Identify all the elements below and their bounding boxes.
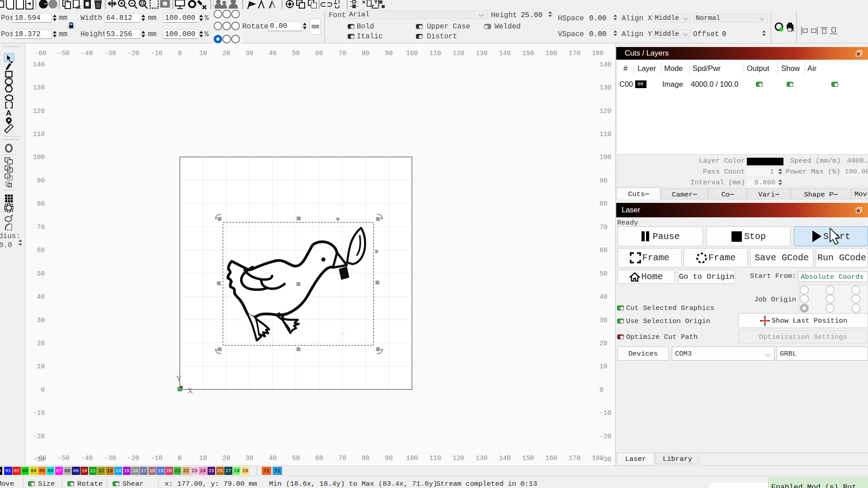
- svg-text:120: 120: [599, 108, 611, 115]
- svg-text:10: 10: [199, 50, 207, 57]
- svg-text:50: 50: [599, 270, 607, 277]
- svg-text:-50: -50: [58, 455, 70, 462]
- svg-text:160: 160: [545, 455, 557, 462]
- svg-text:90: 90: [599, 177, 607, 184]
- svg-text:110: 110: [599, 131, 611, 138]
- svg-text:-20: -20: [127, 455, 139, 462]
- svg-text:-30: -30: [33, 456, 45, 463]
- svg-text:60: 60: [599, 247, 607, 254]
- svg-text:110: 110: [429, 50, 441, 57]
- svg-text:-10: -10: [33, 409, 45, 417]
- svg-text:110: 110: [429, 455, 441, 462]
- svg-text:140: 140: [599, 61, 611, 68]
- svg-text:80: 80: [362, 455, 369, 462]
- svg-text:70: 70: [599, 224, 607, 231]
- svg-text:60: 60: [315, 455, 323, 462]
- svg-text:150: 150: [522, 50, 534, 57]
- svg-text:0: 0: [599, 386, 604, 394]
- svg-text:0.0: 0.0: [0, 241, 12, 249]
- svg-text:-30: -30: [104, 50, 116, 57]
- svg-text:130: 130: [476, 455, 487, 462]
- svg-text:70: 70: [338, 455, 346, 462]
- svg-text:20: 20: [599, 340, 607, 347]
- svg-text:30: 30: [245, 455, 253, 462]
- svg-text:130: 130: [599, 84, 611, 91]
- svg-text:70: 70: [338, 50, 346, 57]
- svg-text:120: 120: [453, 455, 464, 462]
- svg-text:40: 40: [37, 293, 45, 300]
- svg-text:0: 0: [41, 386, 45, 394]
- svg-text:170: 170: [569, 50, 580, 57]
- svg-text:-50: -50: [58, 50, 70, 57]
- svg-text:30: 30: [599, 317, 607, 324]
- svg-text:-30: -30: [599, 456, 611, 463]
- svg-text:130: 130: [33, 84, 45, 91]
- svg-text:10: 10: [599, 363, 607, 370]
- svg-text:50: 50: [292, 455, 300, 462]
- svg-text:10: 10: [37, 363, 45, 370]
- svg-text:0: 0: [178, 50, 182, 57]
- svg-text:-20: -20: [599, 433, 611, 440]
- svg-text:140: 140: [499, 50, 511, 57]
- svg-text:140: 140: [499, 455, 511, 462]
- svg-text:150: 150: [522, 455, 534, 462]
- svg-text:90: 90: [385, 455, 392, 462]
- svg-text:80: 80: [599, 200, 607, 207]
- svg-text:-40: -40: [81, 50, 93, 57]
- svg-text:130: 130: [476, 50, 487, 57]
- svg-text:-10: -10: [599, 409, 611, 417]
- svg-text:10: 10: [199, 455, 207, 462]
- svg-text:70: 70: [37, 224, 45, 231]
- svg-text:60: 60: [315, 50, 323, 57]
- svg-text:Y: Y: [176, 375, 182, 382]
- svg-text:20: 20: [222, 455, 230, 462]
- svg-text:50: 50: [292, 50, 300, 57]
- svg-text:100: 100: [406, 50, 418, 57]
- svg-text:-10: -10: [151, 50, 162, 57]
- svg-text:100: 100: [33, 154, 45, 161]
- svg-text:-30: -30: [104, 455, 116, 462]
- svg-text:120: 120: [33, 108, 45, 115]
- svg-text:90: 90: [385, 50, 392, 57]
- svg-text:20: 20: [37, 340, 45, 347]
- svg-text:30: 30: [37, 317, 45, 324]
- svg-text:X: X: [188, 387, 193, 394]
- svg-text:-20: -20: [127, 50, 139, 57]
- svg-text:80: 80: [37, 200, 45, 207]
- svg-text:60: 60: [37, 247, 45, 254]
- svg-text:30: 30: [245, 50, 253, 57]
- svg-text:170: 170: [569, 455, 580, 462]
- svg-text:120: 120: [453, 50, 464, 57]
- svg-text:40: 40: [269, 455, 276, 462]
- svg-text:80: 80: [362, 50, 369, 57]
- svg-text:110: 110: [33, 131, 45, 138]
- svg-text:0: 0: [178, 455, 182, 462]
- svg-text:-10: -10: [151, 455, 162, 462]
- svg-text:dius:: dius:: [0, 232, 20, 240]
- svg-text:180: 180: [592, 50, 604, 57]
- svg-text:160: 160: [545, 50, 557, 57]
- svg-text:-20: -20: [33, 433, 45, 440]
- svg-text:50: 50: [37, 270, 45, 277]
- svg-text:100: 100: [599, 154, 611, 161]
- svg-text:90: 90: [37, 177, 45, 184]
- svg-text:40: 40: [599, 293, 607, 300]
- svg-text:20: 20: [222, 50, 230, 57]
- svg-text:140: 140: [33, 61, 45, 68]
- svg-text:-60: -60: [34, 50, 46, 57]
- svg-text:A: A: [6, 109, 11, 117]
- svg-text:100: 100: [406, 455, 418, 462]
- svg-text:40: 40: [269, 50, 276, 57]
- svg-text:-40: -40: [81, 455, 93, 462]
